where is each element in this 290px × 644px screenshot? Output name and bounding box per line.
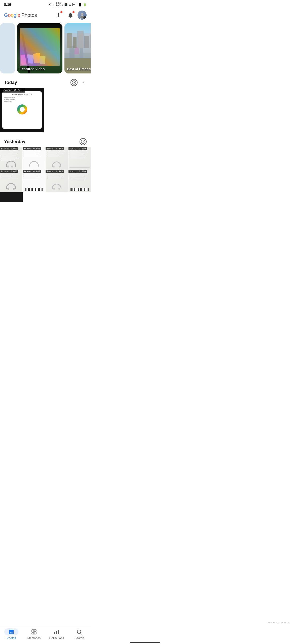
app-logo: Google Photos [4,12,37,18]
score-y6: Score: 0.000 [23,170,41,173]
svg-point-2 [81,13,83,15]
memories-row: Featured video Best [0,23,91,76]
today-actions [70,79,87,86]
svg-point-9 [83,82,83,83]
score-y5: Score: 0.000 [0,170,18,173]
yesterday-section-header: Yesterday [0,135,91,147]
score-badge-today1: Score: 0.000 [0,88,25,93]
signal-bars: ▐▌ [78,3,82,6]
app-bar-actions [53,10,87,20]
score-y2: Score: 0.000 [23,147,41,150]
google-logo-text: Google [4,12,20,18]
today-title: Today [4,80,17,85]
status-time: 8:19 [4,3,11,7]
october-bg [64,23,91,73]
yesterday-photo-2[interactable]: Score: 0.000 [23,147,45,170]
score-y8: Score: 0.000 [68,170,87,173]
signal-icon: ↓ [62,3,63,6]
notification-badge [72,11,75,13]
yesterday-title: Yesterday [4,139,25,144]
photos-logo-text: Photos [21,12,37,18]
network-speed: 0.06kB/s [56,2,61,7]
yesterday-select-all[interactable] [80,138,87,145]
featured-video-label: Featured video [20,67,60,71]
memory-card-featured-video[interactable]: Featured video [17,23,62,73]
battery-icon: 🔋 [83,3,87,6]
vibrate-icon: 📳 [64,3,68,6]
yesterday-photo-4[interactable]: Score: 0.000 [68,147,91,170]
today-select-all[interactable] [70,79,78,86]
memory-card-blank[interactable] [0,23,15,73]
svg-point-11 [81,140,85,144]
october-label: Best of October 2016 [67,67,91,71]
status-bar: 8:19 ♻ ›_ 0.06kB/s ↓ 📳 ▲ HD ▐▌ 🔋 [0,0,91,8]
add-button[interactable] [53,10,63,20]
today-photos: Do we need a better look Lorem ipsum dol… [0,88,91,135]
avatar-overlay-icon [83,16,87,20]
svg-point-8 [83,81,83,82]
yesterday-photo-7[interactable]: Score: 0.000 [46,170,68,192]
yesterday-photos-grid: Score: 0.000 Score: 0.000 [0,147,91,192]
yesterday-actions [80,138,87,145]
score-y1: Score: 0.000 [0,147,18,150]
svg-point-7 [72,81,76,85]
yesterday-photo-6[interactable]: Score: 0.000 [23,170,45,192]
app-bar: Google Photos [0,8,91,23]
recycling-icon: ♻ [49,3,52,6]
today-photo-1[interactable]: Do we need a better look Lorem ipsum dol… [0,88,44,132]
memory-card-october[interactable]: Best of October 2016 [64,23,91,73]
avatar[interactable] [78,11,87,20]
score-y7: Score: 0.000 [46,170,64,173]
featured-video-bg [17,23,62,73]
add-badge [60,11,62,13]
yesterday-photo-5[interactable]: Score: 0.000 [0,170,22,192]
today-section-header: Today [0,76,91,88]
yesterday-photo-3[interactable]: Score: 0.000 [46,147,68,170]
notification-button[interactable] [65,10,76,20]
yesterday-photo-8[interactable]: Score: 0.000 [68,170,91,192]
score-y4: Score: 0.000 [68,147,87,150]
terminal-icon: ›_ [53,3,55,6]
hd-badge: HD [72,3,77,6]
svg-point-10 [83,84,83,84]
today-more-menu[interactable] [80,79,87,86]
content-scroll: Featured video Best [0,23,91,225]
score-y3: Score: 0.000 [46,147,64,150]
wifi-icon: ▲ [69,3,71,6]
status-icons: ♻ ›_ 0.06kB/s ↓ 📳 ▲ HD ▐▌ 🔋 [49,2,87,7]
partial-strip [0,192,23,202]
yesterday-photo-1[interactable]: Score: 0.000 [0,147,22,170]
